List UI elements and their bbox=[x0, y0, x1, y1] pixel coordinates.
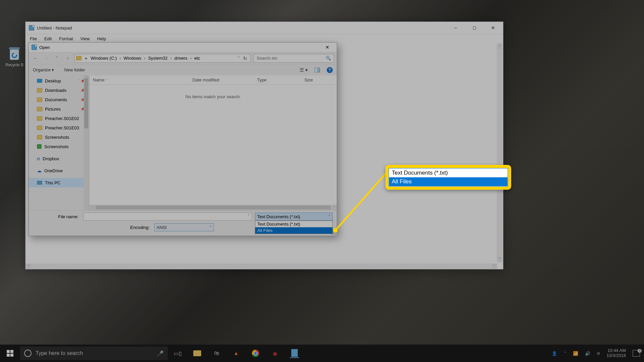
sidebar-item-preacher-2[interactable]: Preacher.S01E03 bbox=[29, 123, 89, 132]
sidebar-item-this-pc[interactable]: This PC bbox=[29, 178, 89, 187]
address-bar[interactable]: « Windows (C:)› Windows› System32› drive… bbox=[74, 54, 251, 63]
chevron-down-icon[interactable]: ˅ bbox=[248, 214, 250, 218]
breadcrumb-2[interactable]: System32 bbox=[147, 56, 169, 61]
breadcrumb-4[interactable]: etc bbox=[193, 56, 201, 61]
sidebar-item-desktop[interactable]: Desktop📌˄ bbox=[29, 76, 89, 85]
breadcrumb-0[interactable]: Windows (C:) bbox=[89, 56, 118, 61]
file-explorer-icon bbox=[193, 350, 201, 356]
nav-forward-button[interactable]: → bbox=[42, 56, 50, 61]
scroll-left-icon[interactable]: ˂ bbox=[26, 264, 31, 269]
tray-volume-icon[interactable]: 🔊 bbox=[585, 351, 590, 356]
tray-dropbox-icon[interactable]: ⧈ bbox=[597, 351, 600, 356]
sidebar-item-dropbox[interactable]: ⧈Dropbox bbox=[29, 154, 89, 163]
new-folder-button[interactable]: New folder bbox=[64, 67, 85, 72]
notepad-titlebar[interactable]: Untitled - Notepad ─ ▢ ✕ bbox=[25, 22, 503, 34]
folder-icon bbox=[37, 88, 42, 93]
view-options-button[interactable]: ☰ ▾ bbox=[300, 67, 308, 73]
dialog-close-button[interactable]: ✕ bbox=[320, 43, 335, 52]
file-type-option-all[interactable]: All Files bbox=[255, 227, 332, 234]
column-date[interactable]: Date modified bbox=[189, 77, 254, 82]
sidebar-item-screenshots-2[interactable]: Screenshots bbox=[29, 142, 89, 151]
folder-icon bbox=[37, 135, 42, 139]
maximize-button[interactable]: ▢ bbox=[465, 22, 484, 34]
column-size[interactable]: Size bbox=[301, 77, 337, 82]
sidebar-item-preacher-1[interactable]: Preacher.S01E02 bbox=[29, 114, 89, 123]
taskbar-store[interactable]: 🛍 bbox=[212, 349, 221, 358]
menu-edit[interactable]: Edit bbox=[41, 35, 55, 42]
action-center-button[interactable]: 4 bbox=[633, 350, 640, 357]
taskbar-notepad[interactable] bbox=[290, 349, 299, 358]
search-icon: 🔍 bbox=[326, 56, 331, 61]
file-type-option-txt[interactable]: Text Documents (*.txt) bbox=[255, 221, 332, 227]
sort-indicator-icon: ˄ bbox=[106, 79, 108, 82]
scroll-down-icon[interactable]: ˅ bbox=[497, 257, 502, 262]
scroll-right-icon[interactable]: ˃ bbox=[492, 264, 497, 269]
encoding-value: ANSI bbox=[157, 225, 167, 230]
breadcrumb-dropdown-icon[interactable]: ˅ bbox=[238, 56, 240, 60]
menu-help[interactable]: Help bbox=[94, 35, 109, 42]
column-type[interactable]: Type bbox=[254, 77, 301, 82]
sidebar-item-screenshots-1[interactable]: Screenshots bbox=[29, 132, 89, 142]
sidebar-item-label: Preacher.S01E02 bbox=[45, 116, 79, 121]
sidebar-item-label: Screenshots bbox=[45, 135, 69, 140]
taskbar-app-red[interactable]: ◉ bbox=[270, 349, 280, 358]
dialog-search-input[interactable]: Search etc 🔍 bbox=[254, 54, 334, 63]
organize-button[interactable]: Organize ▾ bbox=[33, 67, 54, 72]
breadcrumb-3[interactable]: drivers bbox=[173, 56, 189, 61]
sidebar-item-pictures[interactable]: Pictures📌 bbox=[29, 104, 89, 114]
close-button[interactable]: ✕ bbox=[484, 22, 502, 34]
taskbar-file-explorer[interactable] bbox=[193, 349, 202, 358]
column-name[interactable]: Name˄ bbox=[90, 77, 189, 82]
tray-clock[interactable]: 10:44 AM 10/3/2018 bbox=[606, 348, 626, 358]
notepad-menubar: File Edit Format View Help bbox=[25, 34, 503, 43]
taskbar-vlc[interactable]: ▲ bbox=[231, 349, 241, 358]
sidebar-item-label: OneDrive bbox=[44, 168, 63, 173]
taskbar-search-input[interactable]: Type here to search 🎤 bbox=[20, 347, 168, 360]
tray-overflow-icon[interactable]: ˄ bbox=[564, 351, 566, 356]
taskbar-chrome[interactable] bbox=[251, 349, 260, 358]
scroll-up-icon[interactable]: ˄ bbox=[497, 44, 502, 49]
tray-people-icon[interactable]: 👤 bbox=[552, 351, 557, 356]
cortana-icon bbox=[24, 350, 32, 357]
task-view-button[interactable]: ▭▯ bbox=[173, 349, 182, 358]
menu-file[interactable]: File bbox=[27, 35, 40, 42]
column-headers: Name˄ Date modified Type Size bbox=[90, 75, 337, 85]
nav-up-button[interactable]: ↑ bbox=[64, 56, 72, 61]
list-horizontal-scrollbar[interactable]: ˂˃ bbox=[90, 205, 337, 210]
file-type-selected: Text Documents (*.txt) bbox=[257, 214, 300, 219]
desktop-icon-recycle-bin[interactable]: Recycle B bbox=[2, 45, 27, 67]
chrome-icon bbox=[252, 350, 259, 357]
dialog-toolbar: Organize ▾ New folder ☰ ▾ ? bbox=[29, 64, 337, 75]
callout-option-txt: Text Documents (*.txt) bbox=[389, 169, 507, 177]
this-pc-icon bbox=[37, 181, 42, 185]
minimize-button[interactable]: ─ bbox=[446, 22, 465, 34]
menu-view[interactable]: View bbox=[77, 35, 93, 42]
sidebar-item-documents[interactable]: Documents📌 bbox=[29, 95, 89, 104]
dropbox-icon: ⧈ bbox=[37, 156, 40, 161]
nav-recent-dropdown[interactable]: ˅ bbox=[53, 56, 61, 60]
sidebar-item-label: Pictures bbox=[45, 107, 61, 112]
sidebar-scrollbar[interactable]: ˄ bbox=[84, 75, 89, 210]
callout-connector-line bbox=[332, 162, 392, 235]
encoding-dropdown[interactable]: ANSI ˅ bbox=[154, 223, 214, 231]
dialog-titlebar[interactable]: Open ✕ bbox=[29, 43, 337, 52]
sidebar-item-downloads[interactable]: Downloads📌 bbox=[29, 85, 89, 95]
nav-back-button[interactable]: ← bbox=[32, 56, 40, 61]
sidebar-item-onedrive[interactable]: ☁OneDrive bbox=[29, 166, 89, 175]
system-tray: 👤 ˄ 📶 🔊 ⧈ 10:44 AM 10/3/2018 4 bbox=[548, 348, 644, 358]
sidebar-item-label: Screenshots bbox=[44, 144, 68, 149]
refresh-icon[interactable]: ↻ bbox=[243, 56, 247, 61]
start-button[interactable] bbox=[0, 345, 20, 362]
preview-pane-button[interactable] bbox=[315, 68, 320, 72]
notepad-task-icon bbox=[291, 349, 298, 357]
tray-network-icon[interactable]: 📶 bbox=[573, 351, 578, 356]
menu-format[interactable]: Format bbox=[56, 35, 76, 42]
tray-time: 10:44 AM bbox=[606, 348, 626, 353]
file-type-dropdown[interactable]: Text Documents (*.txt) ˅ Text Documents … bbox=[255, 213, 333, 221]
help-button[interactable]: ? bbox=[327, 67, 333, 73]
breadcrumb-1[interactable]: Windows bbox=[122, 56, 143, 61]
file-name-input[interactable]: ˅ bbox=[83, 213, 252, 221]
microphone-icon[interactable]: 🎤 bbox=[157, 350, 164, 357]
horizontal-scrollbar[interactable]: ˂ ˃ bbox=[25, 263, 497, 269]
vertical-scrollbar[interactable]: ˄ ˅ bbox=[497, 43, 502, 262]
